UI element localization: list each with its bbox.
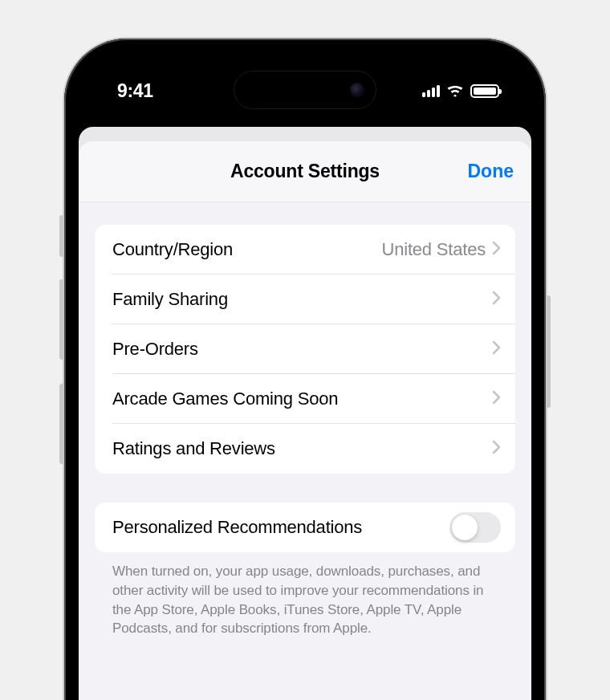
country-region-row[interactable]: Country/Region United States [95, 225, 515, 275]
settings-group-main: Country/Region United States Family Shar… [95, 225, 515, 474]
page-title: Account Settings [230, 161, 380, 182]
chevron-right-icon [492, 390, 501, 408]
chevron-right-icon [492, 291, 501, 308]
navigation-bar: Account Settings Done [79, 141, 531, 202]
content-area: Country/Region United States Family Shar… [79, 202, 531, 638]
family-sharing-row[interactable]: Family Sharing [95, 275, 515, 324]
settings-group-personalized: Personalized Recommendations [95, 503, 515, 552]
arcade-coming-soon-row[interactable]: Arcade Games Coming Soon [95, 374, 515, 424]
phone-frame: 9:41 Accou [64, 39, 546, 700]
pre-orders-row[interactable]: Pre-Orders [95, 324, 515, 374]
dynamic-island [234, 71, 376, 109]
personalized-recommendations-row: Personalized Recommendations [95, 503, 515, 552]
chevron-right-icon [492, 440, 501, 458]
personalized-toggle[interactable] [449, 512, 501, 543]
wifi-icon [446, 84, 464, 97]
row-label: Family Sharing [112, 289, 492, 310]
status-time: 9:41 [117, 80, 153, 102]
cellular-icon [422, 84, 440, 97]
volume-button [59, 384, 63, 464]
status-bar: 9:41 [79, 53, 531, 117]
row-value: United States [382, 239, 486, 260]
footer-description: When turned on, your app usage, download… [95, 562, 515, 638]
done-button[interactable]: Done [468, 161, 514, 182]
toggle-knob [452, 515, 478, 540]
chevron-right-icon [492, 241, 501, 258]
settings-sheet: Account Settings Done Country/Region Uni… [79, 141, 531, 700]
ratings-reviews-row[interactable]: Ratings and Reviews [95, 424, 515, 474]
battery-icon [470, 84, 499, 98]
row-label: Personalized Recommendations [112, 517, 449, 538]
side-button [547, 295, 551, 408]
row-label: Pre-Orders [112, 339, 492, 360]
status-icons [422, 84, 499, 98]
row-label: Arcade Games Coming Soon [112, 389, 492, 409]
row-label: Ratings and Reviews [112, 438, 492, 459]
row-label: Country/Region [112, 239, 382, 260]
chevron-right-icon [492, 340, 501, 358]
screen: 9:41 Accou [79, 53, 531, 700]
